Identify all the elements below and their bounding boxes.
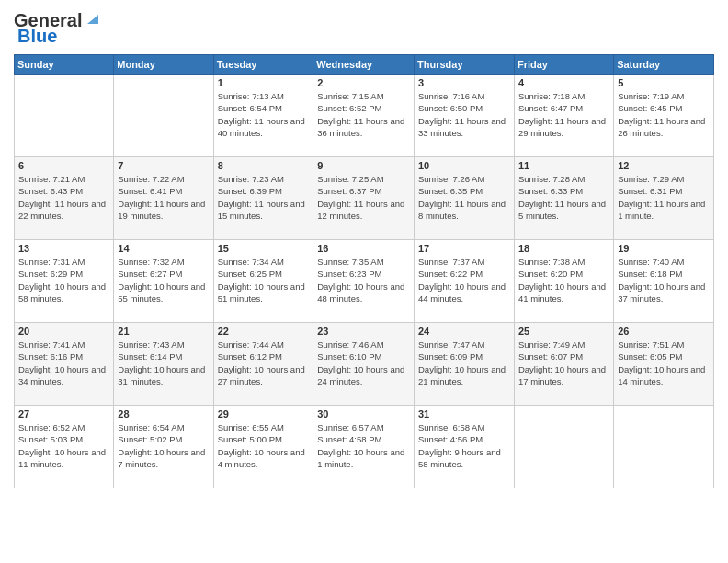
- calendar-header: SundayMondayTuesdayWednesdayThursdayFrid…: [15, 55, 714, 75]
- calendar-cell: 22Sunrise: 7:44 AM Sunset: 6:12 PM Dayli…: [213, 323, 313, 406]
- calendar-cell: 27Sunrise: 6:52 AM Sunset: 5:03 PM Dayli…: [15, 406, 114, 488]
- calendar: SundayMondayTuesdayWednesdayThursdayFrid…: [14, 54, 714, 488]
- weekday-header-sunday: Sunday: [15, 55, 114, 75]
- weekday-header-tuesday: Tuesday: [213, 55, 313, 75]
- calendar-cell: 2Sunrise: 7:15 AM Sunset: 6:52 PM Daylig…: [313, 75, 415, 157]
- calendar-cell: 10Sunrise: 7:26 AM Sunset: 6:35 PM Dayli…: [414, 157, 514, 240]
- week-row-2: 6Sunrise: 7:21 AM Sunset: 6:43 PM Daylig…: [15, 157, 714, 240]
- logo: General Blue: [14, 9, 102, 47]
- calendar-cell: 7Sunrise: 7:22 AM Sunset: 6:41 PM Daylig…: [114, 157, 213, 240]
- day-number: 4: [518, 77, 609, 88]
- day-info: Sunrise: 7:23 AM Sunset: 6:39 PM Dayligh…: [218, 173, 310, 222]
- day-number: 25: [518, 326, 609, 337]
- calendar-cell: [614, 406, 714, 488]
- calendar-cell: 8Sunrise: 7:23 AM Sunset: 6:39 PM Daylig…: [213, 157, 313, 240]
- day-number: 14: [118, 243, 209, 254]
- day-number: 13: [18, 243, 109, 254]
- calendar-cell: 24Sunrise: 7:47 AM Sunset: 6:09 PM Dayli…: [414, 323, 514, 406]
- day-info: Sunrise: 7:47 AM Sunset: 6:09 PM Dayligh…: [418, 339, 510, 387]
- day-info: Sunrise: 7:21 AM Sunset: 6:43 PM Dayligh…: [18, 173, 109, 222]
- day-info: Sunrise: 7:43 AM Sunset: 6:14 PM Dayligh…: [118, 339, 209, 387]
- day-number: 24: [418, 326, 510, 337]
- weekday-row: SundayMondayTuesdayWednesdayThursdayFrid…: [15, 55, 714, 75]
- day-info: Sunrise: 7:25 AM Sunset: 6:37 PM Dayligh…: [317, 173, 410, 222]
- day-info: Sunrise: 7:29 AM Sunset: 6:31 PM Dayligh…: [618, 173, 710, 222]
- calendar-cell: [15, 75, 114, 157]
- weekday-header-wednesday: Wednesday: [313, 55, 415, 75]
- day-number: 11: [518, 160, 609, 171]
- day-number: 28: [118, 408, 209, 419]
- day-info: Sunrise: 7:22 AM Sunset: 6:41 PM Dayligh…: [118, 173, 209, 222]
- calendar-cell: 13Sunrise: 7:31 AM Sunset: 6:29 PM Dayli…: [15, 240, 114, 323]
- day-info: Sunrise: 6:58 AM Sunset: 4:56 PM Dayligh…: [418, 421, 510, 470]
- logo-blue: Blue: [17, 26, 57, 47]
- calendar-cell: 6Sunrise: 7:21 AM Sunset: 6:43 PM Daylig…: [15, 157, 114, 240]
- calendar-cell: [514, 406, 613, 488]
- day-info: Sunrise: 7:51 AM Sunset: 6:05 PM Dayligh…: [618, 339, 710, 387]
- calendar-cell: 20Sunrise: 7:41 AM Sunset: 6:16 PM Dayli…: [15, 323, 114, 406]
- page: General Blue SundayMondayTuesdayWednesda…: [0, 0, 728, 563]
- week-row-4: 20Sunrise: 7:41 AM Sunset: 6:16 PM Dayli…: [15, 323, 714, 406]
- day-info: Sunrise: 7:40 AM Sunset: 6:18 PM Dayligh…: [618, 256, 710, 304]
- day-info: Sunrise: 7:35 AM Sunset: 6:23 PM Dayligh…: [317, 256, 410, 304]
- calendar-cell: 21Sunrise: 7:43 AM Sunset: 6:14 PM Dayli…: [114, 323, 213, 406]
- calendar-cell: 29Sunrise: 6:55 AM Sunset: 5:00 PM Dayli…: [213, 406, 313, 488]
- day-number: 6: [18, 160, 109, 171]
- calendar-cell: 18Sunrise: 7:38 AM Sunset: 6:20 PM Dayli…: [514, 240, 613, 323]
- calendar-cell: 30Sunrise: 6:57 AM Sunset: 4:58 PM Dayli…: [313, 406, 415, 488]
- calendar-cell: 17Sunrise: 7:37 AM Sunset: 6:22 PM Dayli…: [414, 240, 514, 323]
- day-number: 26: [618, 326, 710, 337]
- week-row-5: 27Sunrise: 6:52 AM Sunset: 5:03 PM Dayli…: [15, 406, 714, 488]
- calendar-cell: 26Sunrise: 7:51 AM Sunset: 6:05 PM Dayli…: [614, 323, 714, 406]
- day-info: Sunrise: 7:46 AM Sunset: 6:10 PM Dayligh…: [317, 339, 410, 387]
- day-info: Sunrise: 6:52 AM Sunset: 5:03 PM Dayligh…: [18, 421, 109, 470]
- day-info: Sunrise: 7:37 AM Sunset: 6:22 PM Dayligh…: [418, 256, 510, 304]
- calendar-cell: 16Sunrise: 7:35 AM Sunset: 6:23 PM Dayli…: [313, 240, 415, 323]
- day-info: Sunrise: 7:19 AM Sunset: 6:45 PM Dayligh…: [618, 90, 710, 139]
- svg-marker-0: [87, 15, 98, 24]
- calendar-cell: 9Sunrise: 7:25 AM Sunset: 6:37 PM Daylig…: [313, 157, 415, 240]
- day-number: 1: [218, 77, 310, 88]
- day-number: 20: [18, 326, 109, 337]
- day-info: Sunrise: 7:26 AM Sunset: 6:35 PM Dayligh…: [418, 173, 510, 222]
- calendar-cell: 5Sunrise: 7:19 AM Sunset: 6:45 PM Daylig…: [614, 75, 714, 157]
- day-info: Sunrise: 7:18 AM Sunset: 6:47 PM Dayligh…: [518, 90, 609, 139]
- weekday-header-friday: Friday: [514, 55, 613, 75]
- weekday-header-thursday: Thursday: [414, 55, 514, 75]
- day-number: 29: [218, 408, 310, 419]
- day-number: 2: [317, 77, 410, 88]
- day-number: 17: [418, 243, 510, 254]
- logo-arrow-icon: [84, 9, 102, 28]
- day-number: 7: [118, 160, 209, 171]
- day-number: 15: [218, 243, 310, 254]
- day-number: 19: [618, 243, 710, 254]
- day-info: Sunrise: 7:15 AM Sunset: 6:52 PM Dayligh…: [317, 90, 410, 139]
- calendar-cell: 1Sunrise: 7:13 AM Sunset: 6:54 PM Daylig…: [213, 75, 313, 157]
- day-info: Sunrise: 7:16 AM Sunset: 6:50 PM Dayligh…: [418, 90, 510, 139]
- calendar-cell: 25Sunrise: 7:49 AM Sunset: 6:07 PM Dayli…: [514, 323, 613, 406]
- day-number: 12: [618, 160, 710, 171]
- day-number: 16: [317, 243, 410, 254]
- calendar-cell: 4Sunrise: 7:18 AM Sunset: 6:47 PM Daylig…: [514, 75, 613, 157]
- day-info: Sunrise: 7:49 AM Sunset: 6:07 PM Dayligh…: [518, 339, 609, 387]
- calendar-cell: 14Sunrise: 7:32 AM Sunset: 6:27 PM Dayli…: [114, 240, 213, 323]
- day-number: 23: [317, 326, 410, 337]
- day-number: 9: [317, 160, 410, 171]
- calendar-cell: 3Sunrise: 7:16 AM Sunset: 6:50 PM Daylig…: [414, 75, 514, 157]
- calendar-cell: [114, 75, 213, 157]
- calendar-body: 1Sunrise: 7:13 AM Sunset: 6:54 PM Daylig…: [15, 75, 714, 488]
- calendar-cell: 11Sunrise: 7:28 AM Sunset: 6:33 PM Dayli…: [514, 157, 613, 240]
- day-number: 18: [518, 243, 609, 254]
- day-info: Sunrise: 7:13 AM Sunset: 6:54 PM Dayligh…: [218, 90, 310, 139]
- day-number: 22: [218, 326, 310, 337]
- day-number: 21: [118, 326, 209, 337]
- day-number: 30: [317, 408, 410, 419]
- week-row-3: 13Sunrise: 7:31 AM Sunset: 6:29 PM Dayli…: [15, 240, 714, 323]
- day-info: Sunrise: 7:28 AM Sunset: 6:33 PM Dayligh…: [518, 173, 609, 222]
- day-info: Sunrise: 6:57 AM Sunset: 4:58 PM Dayligh…: [317, 421, 410, 470]
- day-info: Sunrise: 7:32 AM Sunset: 6:27 PM Dayligh…: [118, 256, 209, 304]
- calendar-cell: 15Sunrise: 7:34 AM Sunset: 6:25 PM Dayli…: [213, 240, 313, 323]
- day-info: Sunrise: 6:54 AM Sunset: 5:02 PM Dayligh…: [118, 421, 209, 470]
- weekday-header-saturday: Saturday: [614, 55, 714, 75]
- day-number: 31: [418, 408, 510, 419]
